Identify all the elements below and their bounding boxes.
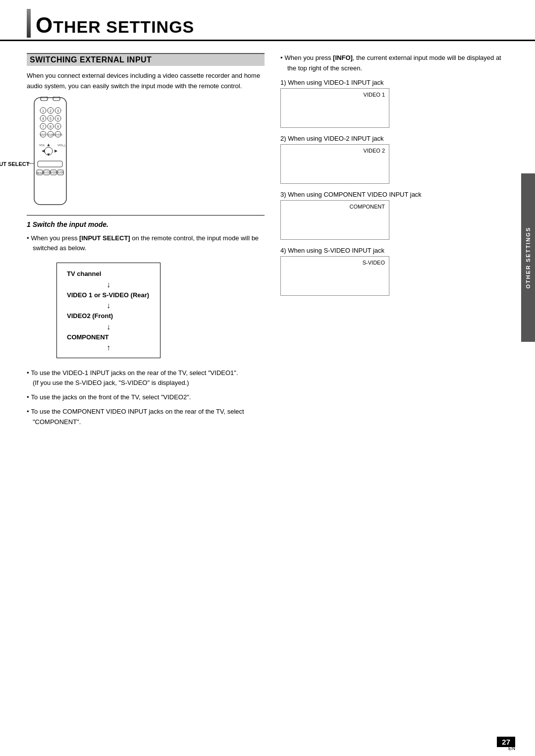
svg-text:5: 5 bbox=[50, 117, 52, 120]
svg-text:SLEEP: SLEEP bbox=[50, 171, 57, 174]
remote-diagram: INPUT SELECT 1 2 3 bbox=[27, 97, 265, 207]
svg-text:6: 6 bbox=[57, 117, 59, 120]
side-tab: OTHER SETTINGS bbox=[521, 173, 535, 342]
right-column: When you press [INFO], the current exter… bbox=[280, 53, 508, 431]
header-accent-bar bbox=[27, 9, 31, 38]
flow-box: TV channel ↓ VIDEO 1 or S-VIDEO (Rear) ↓… bbox=[56, 263, 160, 358]
tv-screen-2: VIDEO 2 bbox=[280, 144, 389, 184]
bullet-video2: To use the jacks on the front of the TV,… bbox=[27, 392, 265, 403]
screen2-label: 2) When using VIDEO-2 INPUT jack bbox=[280, 135, 508, 142]
flow-arrow3: ↓ bbox=[67, 322, 150, 331]
svg-rect-34 bbox=[38, 161, 62, 167]
svg-text:GUIDE: GUIDE bbox=[57, 171, 64, 174]
flow-tv-channel: TV channel bbox=[67, 268, 150, 279]
page-header: OTHER SETTINGS bbox=[0, 0, 535, 41]
intro-text: When you connect external devices includ… bbox=[27, 71, 265, 92]
screen4-label: 4) When using S-VIDEO INPUT jack bbox=[280, 247, 508, 254]
input-select-label: INPUT SELECT bbox=[0, 161, 29, 167]
svg-text:▲: ▲ bbox=[47, 142, 51, 147]
divider bbox=[27, 215, 265, 216]
svg-text:7: 7 bbox=[42, 125, 44, 128]
svg-text:0/100: 0/100 bbox=[48, 133, 54, 136]
screen1-text: VIDEO 1 bbox=[364, 92, 385, 98]
left-column: SWITCHING EXTERNAL INPUT When you connec… bbox=[27, 53, 265, 431]
bullet-video1: To use the VIDEO-1 INPUT jacks on the re… bbox=[27, 368, 265, 389]
flow-arrow1: ↓ bbox=[67, 280, 150, 289]
svg-text:VOL△: VOL△ bbox=[57, 144, 66, 147]
svg-text:2: 2 bbox=[50, 109, 52, 112]
bullet-input-select: When you press [INPUT SELECT] on the rem… bbox=[27, 233, 265, 254]
svg-rect-1 bbox=[41, 97, 48, 101]
flow-video1-svideo: VIDEO 1 or S-VIDEO (Rear) bbox=[67, 289, 150, 301]
screen4-text: S-VIDEO bbox=[363, 260, 385, 266]
flow-video2: VIDEO2 (Front) bbox=[67, 310, 150, 322]
flow-arrow4: ↑ bbox=[67, 343, 150, 352]
tv-screen-4: S-VIDEO bbox=[280, 256, 389, 296]
tv-screen-3: COMPONENT bbox=[280, 200, 389, 240]
page-en: EN bbox=[508, 746, 515, 751]
flow-arrow2: ↓ bbox=[67, 301, 150, 310]
step1-text: Switch the input mode. bbox=[33, 220, 108, 228]
page-title-initial: O bbox=[36, 13, 53, 37]
bullet-section-2: To use the VIDEO-1 INPUT jacks on the re… bbox=[27, 368, 265, 428]
svg-text:8: 8 bbox=[50, 125, 52, 128]
bullet-section: When you press [INPUT SELECT] on the rem… bbox=[27, 233, 265, 254]
remote-control-svg: 1 2 3 4 5 6 7 8 9 bbox=[27, 97, 74, 206]
svg-text:▶: ▶ bbox=[54, 149, 58, 153]
svg-text:3: 3 bbox=[57, 109, 59, 112]
svg-text:1: 1 bbox=[42, 109, 44, 112]
tv-screen-1: VIDEO 1 bbox=[280, 88, 389, 128]
bullet-component: To use the COMPONENT VIDEO INPUT jacks o… bbox=[27, 407, 265, 428]
screen1-label: 1) When using VIDEO-1 INPUT jack bbox=[280, 79, 508, 86]
flow-component: COMPONENT bbox=[67, 331, 150, 343]
content-wrapper: SWITCHING EXTERNAL INPUT When you connec… bbox=[0, 41, 535, 443]
screen3-label: 3) When using COMPONENT VIDEO INPUT jack bbox=[280, 191, 508, 198]
page-title-rest: THER SETTINGS bbox=[53, 17, 194, 36]
svg-text:4: 4 bbox=[42, 117, 44, 120]
page-title: OTHER SETTINGS bbox=[36, 13, 194, 40]
step-number: 1 Switch the input mode. bbox=[27, 220, 265, 228]
svg-rect-2 bbox=[53, 97, 60, 101]
svg-text:CH RTN: CH RTN bbox=[54, 134, 62, 136]
svg-text:9: 9 bbox=[57, 125, 59, 128]
svg-text:VOL: VOL bbox=[39, 144, 46, 147]
screen2-text: VIDEO 2 bbox=[364, 148, 385, 154]
info-bullet: When you press [INFO], the current exter… bbox=[280, 53, 508, 74]
side-tab-text: OTHER SETTINGS bbox=[525, 227, 531, 289]
section-heading: SWITCHING EXTERNAL INPUT bbox=[27, 53, 265, 66]
svg-text:ENT: ENT bbox=[41, 133, 46, 136]
screen3-text: COMPONENT bbox=[350, 204, 385, 210]
